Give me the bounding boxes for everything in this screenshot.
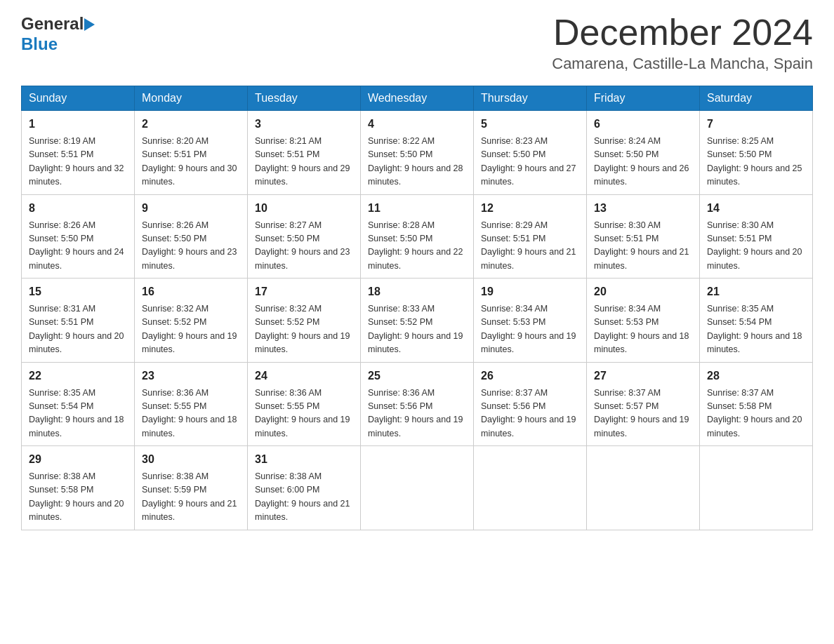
- day-info: Sunrise: 8:26 AMSunset: 5:50 PMDaylight:…: [29, 219, 127, 274]
- day-info: Sunrise: 8:34 AMSunset: 5:53 PMDaylight:…: [481, 302, 579, 357]
- calendar-week-row: 1Sunrise: 8:19 AMSunset: 5:51 PMDaylight…: [22, 111, 813, 195]
- day-number: 10: [255, 200, 353, 217]
- month-title: December 2024: [552, 14, 813, 51]
- page-header: General Blue December 2024 Camarena, Cas…: [21, 14, 813, 73]
- table-row: 1Sunrise: 8:19 AMSunset: 5:51 PMDaylight…: [22, 111, 135, 195]
- table-row: 20Sunrise: 8:34 AMSunset: 5:53 PMDayligh…: [587, 279, 700, 363]
- day-info: Sunrise: 8:37 AMSunset: 5:57 PMDaylight:…: [594, 387, 692, 441]
- day-info: Sunrise: 8:37 AMSunset: 5:58 PMDaylight:…: [707, 387, 805, 441]
- table-row: 30Sunrise: 8:38 AMSunset: 5:59 PMDayligh…: [135, 446, 248, 530]
- day-info: Sunrise: 8:28 AMSunset: 5:50 PMDaylight:…: [368, 219, 466, 274]
- table-row: 7Sunrise: 8:25 AMSunset: 5:50 PMDaylight…: [700, 111, 813, 195]
- table-row: 5Sunrise: 8:23 AMSunset: 5:50 PMDaylight…: [474, 111, 587, 195]
- calendar-week-row: 29Sunrise: 8:38 AMSunset: 5:58 PMDayligh…: [22, 446, 813, 530]
- day-number: 26: [481, 368, 579, 384]
- day-info: Sunrise: 8:23 AMSunset: 5:50 PMDaylight:…: [481, 135, 579, 189]
- day-info: Sunrise: 8:25 AMSunset: 5:50 PMDaylight:…: [707, 135, 805, 189]
- day-number: 23: [142, 368, 240, 384]
- day-number: 20: [594, 283, 692, 300]
- day-info: Sunrise: 8:38 AMSunset: 5:59 PMDaylight:…: [142, 470, 240, 525]
- day-number: 30: [142, 451, 240, 468]
- day-number: 1: [29, 116, 127, 133]
- day-number: 17: [255, 283, 353, 300]
- day-number: 2: [142, 116, 240, 133]
- logo-triangle-icon: [84, 18, 95, 31]
- day-info: Sunrise: 8:38 AMSunset: 5:58 PMDaylight:…: [29, 470, 127, 525]
- day-info: Sunrise: 8:19 AMSunset: 5:51 PMDaylight:…: [29, 135, 127, 189]
- logo: General Blue: [21, 14, 95, 55]
- header-friday: Friday: [587, 86, 700, 111]
- calendar-week-row: 15Sunrise: 8:31 AMSunset: 5:51 PMDayligh…: [22, 279, 813, 363]
- day-info: Sunrise: 8:38 AMSunset: 6:00 PMDaylight:…: [255, 470, 353, 525]
- table-row: [587, 446, 700, 530]
- table-row: 21Sunrise: 8:35 AMSunset: 5:54 PMDayligh…: [700, 279, 813, 363]
- day-number: 12: [481, 200, 579, 217]
- day-info: Sunrise: 8:35 AMSunset: 5:54 PMDaylight:…: [707, 302, 805, 357]
- table-row: 13Sunrise: 8:30 AMSunset: 5:51 PMDayligh…: [587, 194, 700, 279]
- day-info: Sunrise: 8:24 AMSunset: 5:50 PMDaylight:…: [594, 135, 692, 189]
- table-row: 25Sunrise: 8:36 AMSunset: 5:56 PMDayligh…: [361, 362, 474, 446]
- table-row: 8Sunrise: 8:26 AMSunset: 5:50 PMDaylight…: [22, 194, 135, 279]
- header-saturday: Saturday: [700, 86, 813, 111]
- day-number: 6: [594, 116, 692, 133]
- day-info: Sunrise: 8:30 AMSunset: 5:51 PMDaylight:…: [594, 219, 692, 274]
- day-number: 11: [368, 200, 466, 217]
- location-title: Camarena, Castille-La Mancha, Spain: [552, 55, 813, 73]
- header-monday: Monday: [135, 86, 248, 111]
- table-row: 29Sunrise: 8:38 AMSunset: 5:58 PMDayligh…: [22, 446, 135, 530]
- day-info: Sunrise: 8:34 AMSunset: 5:53 PMDaylight:…: [594, 302, 692, 357]
- day-info: Sunrise: 8:30 AMSunset: 5:51 PMDaylight:…: [707, 219, 805, 274]
- header-thursday: Thursday: [474, 86, 587, 111]
- day-info: Sunrise: 8:36 AMSunset: 5:55 PMDaylight:…: [142, 387, 240, 441]
- table-row: 15Sunrise: 8:31 AMSunset: 5:51 PMDayligh…: [22, 279, 135, 363]
- table-row: 9Sunrise: 8:26 AMSunset: 5:50 PMDaylight…: [135, 194, 248, 279]
- day-info: Sunrise: 8:37 AMSunset: 5:56 PMDaylight:…: [481, 387, 579, 441]
- table-row: 17Sunrise: 8:32 AMSunset: 5:52 PMDayligh…: [248, 279, 361, 363]
- day-number: 4: [368, 116, 466, 133]
- table-row: 2Sunrise: 8:20 AMSunset: 5:51 PMDaylight…: [135, 111, 248, 195]
- table-row: 11Sunrise: 8:28 AMSunset: 5:50 PMDayligh…: [361, 194, 474, 279]
- table-row: 27Sunrise: 8:37 AMSunset: 5:57 PMDayligh…: [587, 362, 700, 446]
- table-row: 6Sunrise: 8:24 AMSunset: 5:50 PMDaylight…: [587, 111, 700, 195]
- day-number: 31: [255, 451, 353, 468]
- day-info: Sunrise: 8:31 AMSunset: 5:51 PMDaylight:…: [29, 302, 127, 357]
- table-row: [700, 446, 813, 530]
- table-row: 28Sunrise: 8:37 AMSunset: 5:58 PMDayligh…: [700, 362, 813, 446]
- day-number: 28: [707, 368, 805, 384]
- day-info: Sunrise: 8:32 AMSunset: 5:52 PMDaylight:…: [142, 302, 240, 357]
- day-info: Sunrise: 8:21 AMSunset: 5:51 PMDaylight:…: [255, 135, 353, 189]
- table-row: 19Sunrise: 8:34 AMSunset: 5:53 PMDayligh…: [474, 279, 587, 363]
- table-row: [361, 446, 474, 530]
- day-info: Sunrise: 8:29 AMSunset: 5:51 PMDaylight:…: [481, 219, 579, 274]
- table-row: 3Sunrise: 8:21 AMSunset: 5:51 PMDaylight…: [248, 111, 361, 195]
- day-number: 16: [142, 283, 240, 300]
- table-row: 16Sunrise: 8:32 AMSunset: 5:52 PMDayligh…: [135, 279, 248, 363]
- table-row: 26Sunrise: 8:37 AMSunset: 5:56 PMDayligh…: [474, 362, 587, 446]
- logo-text: General Blue: [21, 14, 95, 55]
- calendar-week-row: 22Sunrise: 8:35 AMSunset: 5:54 PMDayligh…: [22, 362, 813, 446]
- day-info: Sunrise: 8:27 AMSunset: 5:50 PMDaylight:…: [255, 219, 353, 274]
- table-row: 18Sunrise: 8:33 AMSunset: 5:52 PMDayligh…: [361, 279, 474, 363]
- calendar-header-row: Sunday Monday Tuesday Wednesday Thursday…: [22, 86, 813, 111]
- day-number: 19: [481, 283, 579, 300]
- day-number: 13: [594, 200, 692, 217]
- day-number: 8: [29, 200, 127, 217]
- table-row: 23Sunrise: 8:36 AMSunset: 5:55 PMDayligh…: [135, 362, 248, 446]
- header-tuesday: Tuesday: [248, 86, 361, 111]
- day-info: Sunrise: 8:33 AMSunset: 5:52 PMDaylight:…: [368, 302, 466, 357]
- day-number: 3: [255, 116, 353, 133]
- day-number: 5: [481, 116, 579, 133]
- table-row: 31Sunrise: 8:38 AMSunset: 6:00 PMDayligh…: [248, 446, 361, 530]
- calendar-table: Sunday Monday Tuesday Wednesday Thursday…: [21, 86, 813, 530]
- day-number: 22: [29, 368, 127, 384]
- day-info: Sunrise: 8:22 AMSunset: 5:50 PMDaylight:…: [368, 135, 466, 189]
- table-row: 10Sunrise: 8:27 AMSunset: 5:50 PMDayligh…: [248, 194, 361, 279]
- table-row: 4Sunrise: 8:22 AMSunset: 5:50 PMDaylight…: [361, 111, 474, 195]
- day-info: Sunrise: 8:36 AMSunset: 5:56 PMDaylight:…: [368, 387, 466, 441]
- day-number: 21: [707, 283, 805, 300]
- header-wednesday: Wednesday: [361, 86, 474, 111]
- day-number: 15: [29, 283, 127, 300]
- table-row: 12Sunrise: 8:29 AMSunset: 5:51 PMDayligh…: [474, 194, 587, 279]
- day-info: Sunrise: 8:32 AMSunset: 5:52 PMDaylight:…: [255, 302, 353, 357]
- header-sunday: Sunday: [22, 86, 135, 111]
